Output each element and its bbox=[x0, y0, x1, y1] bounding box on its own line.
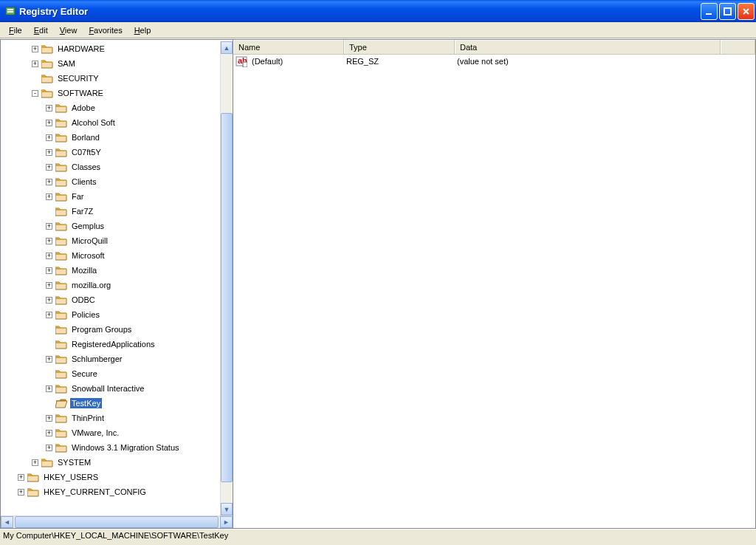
scroll-left-button[interactable]: ◄ bbox=[1, 516, 13, 528]
tree-item[interactable]: +HARDWARE bbox=[4, 41, 220, 56]
hscroll-thumb[interactable] bbox=[15, 516, 219, 528]
column-header-name[interactable]: Name bbox=[233, 40, 344, 54]
tree-item[interactable]: +Alcohol Soft bbox=[4, 115, 220, 130]
titlebar[interactable]: Registry Editor bbox=[0, 0, 756, 22]
expand-icon[interactable]: + bbox=[32, 61, 38, 67]
tree-item[interactable]: +ODBC bbox=[4, 292, 220, 307]
tree-item[interactable]: -SOFTWARE bbox=[4, 86, 220, 100]
scroll-up-button[interactable]: ▲ bbox=[221, 41, 233, 54]
expand-icon[interactable]: + bbox=[46, 253, 52, 259]
tree-item[interactable]: TestKey bbox=[4, 396, 220, 411]
tree-item[interactable]: +Policies bbox=[4, 307, 220, 322]
horizontal-scrollbar[interactable]: ◄ ► bbox=[1, 515, 233, 528]
tree-item[interactable]: +Snowball Interactive bbox=[4, 381, 220, 396]
tree-item[interactable]: SECURITY bbox=[4, 71, 220, 86]
expand-icon[interactable]: + bbox=[46, 312, 52, 318]
tree-item[interactable]: +HKEY_CURRENT_CONFIG bbox=[4, 484, 220, 499]
column-header-type[interactable]: Type bbox=[344, 40, 455, 54]
expand-icon[interactable]: + bbox=[18, 474, 24, 481]
minimize-button[interactable] bbox=[701, 3, 718, 20]
tree-item-label: Far bbox=[70, 191, 86, 202]
folder-icon bbox=[41, 89, 53, 98]
tree-item[interactable]: +VMware, Inc. bbox=[4, 425, 220, 440]
tree-item[interactable]: +SYSTEM bbox=[4, 455, 220, 470]
tree-item[interactable]: RegisteredApplications bbox=[4, 337, 220, 352]
menu-view[interactable]: View bbox=[54, 24, 83, 36]
tree-item-label: Secure bbox=[70, 369, 99, 379]
tree-item[interactable]: +Gemplus bbox=[4, 219, 220, 233]
tree-item-label: RegisteredApplications bbox=[70, 339, 157, 349]
folder-icon bbox=[41, 44, 53, 54]
expand-icon[interactable]: + bbox=[46, 193, 52, 200]
scroll-down-button[interactable]: ▼ bbox=[221, 503, 233, 515]
tree-item[interactable]: Secure bbox=[4, 366, 220, 381]
expand-icon[interactable]: + bbox=[46, 120, 52, 126]
expand-icon[interactable]: + bbox=[46, 445, 52, 451]
expand-icon[interactable]: + bbox=[46, 415, 52, 422]
tree-item[interactable]: Far7Z bbox=[4, 204, 220, 219]
folder-icon bbox=[55, 310, 67, 320]
statusbar: My Computer\HKEY_LOCAL_MACHINE\SOFTWARE\… bbox=[0, 529, 756, 544]
tree-item[interactable]: +Microsoft bbox=[4, 248, 220, 263]
menu-file[interactable]: File bbox=[3, 24, 28, 36]
hscroll-track[interactable] bbox=[13, 516, 220, 528]
expand-icon[interactable]: + bbox=[46, 223, 52, 230]
folder-icon bbox=[55, 266, 67, 275]
tree-item[interactable]: +Adobe bbox=[4, 100, 220, 115]
tree-item-label: TestKey bbox=[70, 398, 102, 408]
column-header-data[interactable]: Data bbox=[455, 40, 721, 54]
expand-icon[interactable]: + bbox=[18, 489, 24, 496]
collapse-icon[interactable]: - bbox=[32, 90, 38, 97]
svg-rect-4 bbox=[724, 8, 731, 15]
expand-icon[interactable]: + bbox=[46, 134, 52, 141]
tree-item[interactable]: +SAM bbox=[4, 56, 220, 71]
registry-tree[interactable]: +HARDWARE+SAMSECURITY-SOFTWARE+Adobe+Alc… bbox=[4, 41, 220, 515]
expand-icon[interactable]: + bbox=[46, 297, 52, 304]
tree-item[interactable]: +Windows 3.1 Migration Status bbox=[4, 440, 220, 455]
expand-icon[interactable]: + bbox=[46, 430, 52, 436]
expand-icon[interactable]: + bbox=[46, 149, 52, 156]
values-list[interactable]: ab(Default)REG_SZ(value not set) bbox=[233, 55, 755, 528]
expand-icon[interactable]: + bbox=[46, 282, 52, 289]
tree-item[interactable]: +Schlumberger bbox=[4, 352, 220, 366]
tree-item[interactable]: +ThinPrint bbox=[4, 411, 220, 425]
scroll-thumb[interactable] bbox=[221, 113, 233, 482]
tree-item[interactable]: +Far bbox=[4, 189, 220, 204]
expand-icon[interactable]: + bbox=[46, 179, 52, 185]
expand-icon[interactable]: + bbox=[46, 267, 52, 274]
tree-item[interactable]: +Classes bbox=[4, 160, 220, 174]
tree-item[interactable]: +Mozilla bbox=[4, 263, 220, 278]
tree-item[interactable]: +Borland bbox=[4, 130, 220, 145]
scroll-track[interactable] bbox=[221, 54, 233, 503]
expand-icon[interactable]: + bbox=[46, 164, 52, 171]
list-row[interactable]: ab(Default)REG_SZ(value not set) bbox=[233, 55, 755, 68]
tree-item-label: HKEY_CURRENT_CONFIG bbox=[42, 487, 148, 497]
vertical-scrollbar[interactable]: ▲ ▼ bbox=[220, 41, 233, 515]
tree-item-label: SECURITY bbox=[56, 73, 100, 83]
menu-edit[interactable]: Edit bbox=[28, 24, 54, 36]
folder-icon bbox=[55, 192, 67, 202]
expand-icon[interactable]: + bbox=[46, 105, 52, 112]
expand-icon[interactable]: + bbox=[46, 238, 52, 244]
menu-favorites[interactable]: Favorites bbox=[83, 24, 128, 36]
tree-item[interactable]: +mozilla.org bbox=[4, 278, 220, 292]
expand-icon[interactable]: + bbox=[46, 385, 52, 392]
folder-icon bbox=[55, 340, 67, 349]
tree-item-label: mozilla.org bbox=[70, 280, 112, 290]
tree-item[interactable]: +Clients bbox=[4, 174, 220, 189]
menu-help[interactable]: Help bbox=[128, 24, 157, 36]
expand-icon[interactable]: + bbox=[46, 356, 52, 363]
tree-item[interactable]: +HKEY_USERS bbox=[4, 470, 220, 484]
expand-icon[interactable]: + bbox=[32, 459, 38, 466]
scroll-right-button[interactable]: ► bbox=[220, 516, 233, 528]
tree-item[interactable]: +C07ft5Y bbox=[4, 145, 220, 160]
tree-item[interactable]: +MicroQuill bbox=[4, 233, 220, 248]
tree-item-label: Classes bbox=[70, 162, 102, 172]
folder-icon bbox=[55, 207, 67, 216]
expand-icon[interactable]: + bbox=[32, 46, 38, 52]
tree-item-label: Alcohol Soft bbox=[70, 117, 117, 128]
close-button[interactable] bbox=[738, 3, 755, 20]
folder-icon bbox=[55, 443, 67, 453]
tree-item[interactable]: Program Groups bbox=[4, 322, 220, 337]
maximize-button[interactable] bbox=[719, 3, 736, 20]
